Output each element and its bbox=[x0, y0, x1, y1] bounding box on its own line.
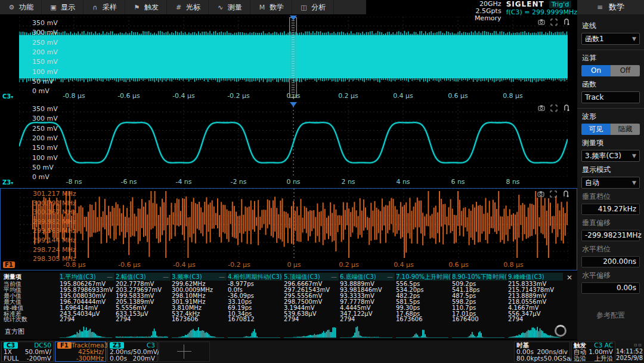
table-value-cell: 202.7778mV bbox=[116, 281, 171, 287]
table-value-cell: 195.87986933mV bbox=[60, 287, 114, 293]
plus-icon bbox=[177, 344, 191, 359]
table-value-cell: 295.5556mV bbox=[284, 293, 339, 299]
divider bbox=[577, 50, 644, 50]
z3-zoom-waveform bbox=[19, 103, 568, 177]
table-value-cell: 99.30ps bbox=[396, 305, 451, 311]
horizontal-offset-value[interactable]: 0.00s bbox=[581, 282, 640, 294]
histogram-label: 直方图 bbox=[5, 327, 24, 336]
y-axis-label: 299.563 MHz bbox=[33, 227, 76, 235]
expand-icon[interactable] bbox=[550, 190, 557, 198]
table-value-cell: 556.5ps bbox=[396, 281, 451, 287]
trigger-position-marker[interactable] bbox=[290, 102, 297, 107]
z3-channel-box[interactable]: Z3C3 2.00ns/50.0mV/ 0.00s200mV bbox=[107, 342, 157, 362]
table-value-cell: 4.1667mV bbox=[508, 305, 563, 311]
display-mode-select[interactable]: 自动 ▼ bbox=[581, 177, 640, 189]
measure-item-select[interactable]: 3.频率(C3) ▼ bbox=[581, 150, 640, 162]
waveform-options-icon[interactable] bbox=[562, 190, 569, 198]
close-icon[interactable]: ✕ bbox=[566, 273, 572, 282]
collapse-icon[interactable]: — bbox=[107, 273, 113, 281]
x-axis-label: 0.2 µs bbox=[328, 261, 370, 269]
trace-select[interactable]: 函数1 ▼ bbox=[581, 33, 640, 45]
horizontal-scale-value[interactable]: 200.00ns bbox=[581, 256, 640, 267]
trigger-flag-icon: ⚑ bbox=[133, 4, 141, 11]
table-value-cell: 5.5556mV bbox=[116, 305, 171, 311]
waveform-visible-button[interactable]: 可见 bbox=[581, 124, 611, 135]
y-axis-label: 300.792 MHz bbox=[33, 199, 76, 207]
add-channel-box[interactable] bbox=[159, 342, 210, 362]
table-value-cell: 581.5ps bbox=[396, 299, 451, 305]
table-column-header[interactable]: 1.平均值(C3)— bbox=[60, 273, 114, 281]
z3-channel-marker[interactable]: Z3▾ bbox=[2, 179, 13, 186]
menu-item-3[interactable]: ∩采样 bbox=[83, 0, 125, 14]
timebase-box[interactable]: 时基 0.00s200ns/div 80.0kpts50.0GSa/s bbox=[514, 342, 570, 362]
measure-icon: ∿ bbox=[216, 4, 224, 11]
menu-item-8[interactable]: ◫分析 bbox=[292, 0, 334, 14]
menu-item-2[interactable]: ▣显示 bbox=[42, 0, 83, 14]
table-column-header[interactable]: 8.90-10%下降时间(C3)— bbox=[452, 273, 507, 281]
table-value-cell: 299.62MHz bbox=[172, 281, 227, 287]
collapse-icon[interactable]: — bbox=[163, 273, 169, 281]
collapse-icon[interactable]: — bbox=[331, 273, 337, 281]
vertical-scale-value[interactable]: 419.27kHz bbox=[581, 204, 640, 215]
table-column-header[interactable]: 5.顶端值(C3)— bbox=[284, 273, 339, 281]
camera-icon[interactable] bbox=[538, 19, 545, 26]
menu-item-1[interactable]: ⚙功能 bbox=[0, 0, 42, 14]
zoom-region-ladder bbox=[292, 18, 295, 97]
measurement-histogram bbox=[228, 325, 280, 338]
display-mode-label: 显示模式 bbox=[582, 165, 639, 175]
operation-off-button[interactable]: Off bbox=[611, 65, 640, 76]
chevron-down-icon: ▼ bbox=[632, 177, 636, 188]
table-value-cell: 298.7500mV bbox=[284, 299, 339, 305]
menu-item-label: 测量 bbox=[228, 2, 242, 13]
zoom-region-handle[interactable] bbox=[289, 17, 297, 98]
table-value-cell: 296.6667mV bbox=[284, 281, 339, 287]
c3-channel-box[interactable]: C3DC50 1X50.0mV/ FULL-200mV bbox=[1, 342, 54, 362]
clock: ▫▫ 14:11:52 2025/9/8 bbox=[615, 342, 643, 362]
table-row-label: 统计次数 bbox=[4, 316, 57, 322]
table-column-header[interactable]: 9.峰峰值(C3) bbox=[508, 273, 563, 281]
y-axis-label: 50 mV bbox=[32, 78, 54, 85]
x-axis-label: -4 ns bbox=[163, 178, 205, 186]
table-column-header[interactable]: 6.底端值(C3)— bbox=[340, 273, 395, 281]
brand-logo: SIGLENT bbox=[506, 0, 544, 8]
table-column-header[interactable]: 4.相邻周期抖动(C3)— bbox=[228, 273, 283, 281]
waveform-hidden-button[interactable]: 隐藏 bbox=[611, 124, 640, 135]
c3-channel-marker[interactable]: C3▾ bbox=[2, 93, 13, 100]
table-value-cell: -36.09ps bbox=[228, 293, 283, 299]
waveform-options-icon[interactable] bbox=[563, 104, 570, 112]
collapse-icon[interactable]: — bbox=[387, 273, 393, 281]
math-dialog-header[interactable]: ≡ 数学 bbox=[577, 0, 644, 14]
menu-item-6[interactable]: ∿测量 bbox=[209, 0, 250, 14]
menu-item-5[interactable]: #光标 bbox=[167, 0, 209, 14]
menu-item-4[interactable]: ⚑触发 bbox=[125, 0, 167, 14]
reference-config-button[interactable]: 参考配置 bbox=[581, 310, 640, 321]
table-value-cell: 300.0009MHz bbox=[172, 287, 227, 293]
horizontal-offset-label: 水平偏移 bbox=[582, 270, 639, 281]
menu-item-7[interactable]: M数学 bbox=[250, 0, 292, 14]
f1-channel-box[interactable]: F1Track(mea3) 425kHz/ -300MHz bbox=[55, 342, 106, 362]
expand-icon[interactable] bbox=[550, 19, 558, 26]
camera-icon[interactable] bbox=[537, 190, 544, 198]
trigger-box[interactable]: 触发C3 AC 自动1.00mV 边沿上升沿 bbox=[571, 342, 615, 362]
camera-icon[interactable] bbox=[538, 104, 545, 112]
table-value-cell: 537.4kHz bbox=[172, 311, 227, 317]
table-column-header[interactable]: 3.频率(C3)— bbox=[172, 273, 227, 281]
table-corner-label: 测量项 bbox=[4, 273, 57, 281]
collapse-icon[interactable]: — bbox=[219, 273, 225, 281]
function-field[interactable]: Track bbox=[581, 91, 640, 103]
table-value-cell: -8.977ps bbox=[228, 281, 283, 287]
top-menu-bar: ⚙功能▣显示∩采样⚑触发#光标∿测量M数学◫分析 bbox=[0, 0, 366, 14]
table-column-header[interactable]: 2.幅值(C3)— bbox=[116, 273, 171, 281]
vertical-offset-value[interactable]: -299.98231MHz bbox=[581, 230, 640, 241]
waveform-options-icon[interactable] bbox=[563, 19, 570, 26]
expand-icon[interactable] bbox=[550, 104, 558, 112]
table-value-cell: 487.5ps bbox=[452, 293, 507, 299]
table-column-header[interactable]: 7.10-90%上升时间(C3)— bbox=[396, 273, 451, 281]
trigger-position-marker[interactable] bbox=[290, 16, 297, 20]
table-value-cell: 93.8889mV bbox=[340, 281, 395, 287]
operation-on-button[interactable]: On bbox=[581, 65, 611, 76]
y-axis-label: 250 mV bbox=[32, 125, 58, 133]
f1-channel-marker[interactable]: F1 bbox=[3, 262, 15, 268]
operation-toggle: On Off bbox=[581, 65, 640, 76]
table-value-cell: 17.68ps bbox=[396, 311, 451, 317]
